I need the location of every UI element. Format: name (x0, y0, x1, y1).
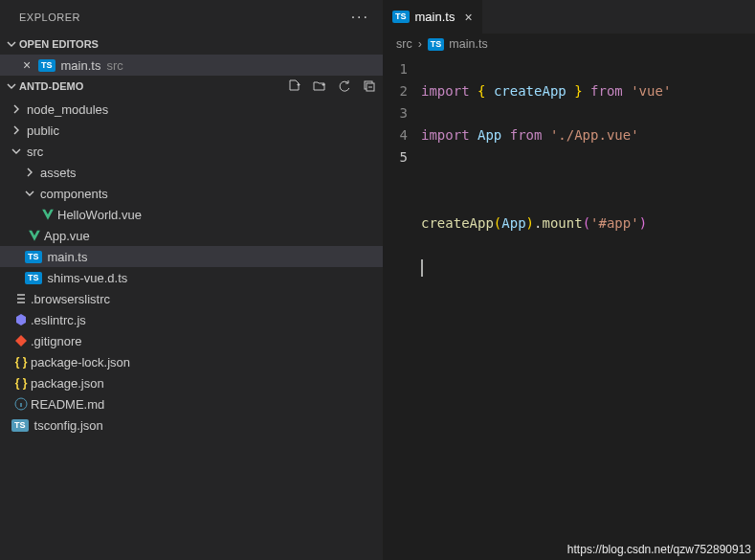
file-tsconfig[interactable]: TStsconfig.json (0, 414, 383, 436)
folder-label: components (40, 187, 108, 201)
folder-label: public (27, 123, 59, 138)
breadcrumb[interactable]: src › TS main.ts (383, 34, 755, 55)
file-main-ts[interactable]: TSmain.ts (0, 246, 383, 267)
tab-main-ts[interactable]: TS main.ts × (383, 0, 482, 34)
file-label: main.ts (48, 250, 88, 264)
new-file-icon[interactable] (287, 78, 302, 94)
folder-src[interactable]: src (0, 141, 383, 162)
file-label: shims-vue.d.ts (48, 271, 128, 285)
close-editor-icon[interactable]: × (19, 57, 34, 73)
chevron-down-icon (11, 146, 27, 156)
code-line[interactable] (421, 257, 755, 280)
file-label: App.vue (44, 229, 90, 243)
open-editor-hint: src (106, 58, 122, 73)
config-icon (11, 292, 31, 305)
open-editors-header[interactable]: OPEN EDITORS (0, 34, 383, 55)
more-actions-icon[interactable]: ··· (351, 9, 369, 26)
ts-icon: TS (428, 38, 445, 51)
code-line[interactable]: createApp(App).mount('#app') (421, 213, 755, 235)
json-icon: { } (11, 376, 31, 390)
editor-pane: TS main.ts × src › TS main.ts 1 2 3 4 5 … (383, 0, 755, 560)
explorer-title: EXPLORER (19, 11, 80, 23)
ts-icon: TS (25, 272, 42, 284)
explorer-header: EXPLORER ··· (0, 0, 383, 34)
file-label: .browserslistrc (31, 292, 110, 306)
close-tab-icon[interactable]: × (464, 10, 472, 25)
file-label: .gitignore (31, 334, 81, 348)
file-eslintrc[interactable]: .eslintrc.js (0, 309, 383, 330)
ts-icon: TS (392, 11, 410, 23)
code-line[interactable]: import App from './App.vue' (421, 124, 755, 146)
text-cursor (421, 259, 423, 277)
file-label: tsconfig.json (34, 418, 103, 433)
folder-node-modules[interactable]: node_modules (0, 99, 383, 120)
folder-label: assets (40, 166, 77, 180)
line-number: 2 (383, 80, 408, 102)
file-shims[interactable]: TSshims-vue.d.ts (0, 267, 383, 288)
chevron-down-icon (4, 81, 19, 91)
file-label: package-lock.json (31, 355, 130, 370)
breadcrumb-file[interactable]: main.ts (449, 37, 487, 51)
open-editors-label: OPEN EDITORS (19, 38, 99, 50)
code-lines[interactable]: import { createApp } from 'vue' import A… (421, 58, 755, 325)
file-helloworld[interactable]: HelloWorld.vue (0, 204, 383, 225)
file-readme[interactable]: README.md (0, 393, 383, 414)
info-icon (11, 397, 31, 411)
folder-label: node_modules (27, 102, 108, 117)
chevron-right-icon (11, 104, 27, 114)
chevron-right-icon (25, 168, 40, 177)
file-label: package.json (31, 376, 104, 391)
line-gutter: 1 2 3 4 5 (383, 58, 421, 325)
svg-marker-2 (16, 314, 26, 325)
file-label: .eslintrc.js (31, 313, 86, 327)
code-line[interactable] (421, 168, 755, 190)
project-name: ANTD-DEMO (19, 80, 83, 92)
file-gitignore[interactable]: .gitignore (0, 330, 383, 351)
line-number: 4 (383, 124, 408, 146)
project-actions (287, 78, 377, 94)
open-editor-item[interactable]: × TS main.ts src (0, 55, 383, 76)
git-icon (11, 334, 31, 347)
line-number: 1 (383, 58, 408, 80)
vue-icon (38, 208, 57, 221)
folder-assets[interactable]: assets (0, 162, 383, 183)
file-label: README.md (31, 397, 104, 412)
file-tree: node_modules public src assets component… (0, 97, 383, 437)
project-header[interactable]: ANTD-DEMO (0, 76, 383, 97)
json-icon: { } (11, 355, 31, 369)
chevron-down-icon (25, 189, 40, 198)
code-line[interactable]: import { createApp } from 'vue' (421, 80, 755, 102)
tsconfig-icon: TS (11, 419, 29, 432)
open-editor-filename: main.ts (61, 58, 101, 73)
ts-icon: TS (38, 59, 56, 72)
chevron-right-icon (11, 125, 27, 135)
file-browserslist[interactable]: .browserslistrc (0, 288, 383, 309)
chevron-down-icon (4, 39, 19, 49)
editor-tabs: TS main.ts × (383, 0, 755, 34)
breadcrumb-folder[interactable]: src (396, 37, 412, 51)
folder-components[interactable]: components (0, 183, 383, 204)
folder-public[interactable]: public (0, 120, 383, 141)
file-app-vue[interactable]: App.vue (0, 225, 383, 246)
tab-label: main.ts (415, 10, 455, 24)
watermark-text: https://blog.csdn.net/qzw752890913 (567, 543, 751, 556)
vue-icon (25, 229, 44, 242)
file-package-json[interactable]: { }package.json (0, 372, 383, 393)
file-package-lock[interactable]: { }package-lock.json (0, 351, 383, 372)
chevron-right-icon: › (418, 37, 422, 51)
new-folder-icon[interactable] (312, 78, 327, 94)
code-area[interactable]: 1 2 3 4 5 import { createApp } from 'vue… (383, 55, 755, 325)
ts-icon: TS (25, 251, 42, 263)
line-number: 3 (383, 102, 408, 124)
explorer-panel: EXPLORER ··· OPEN EDITORS × TS main.ts s… (0, 0, 383, 560)
folder-label: src (27, 145, 43, 159)
refresh-icon[interactable] (337, 78, 352, 94)
file-label: HelloWorld.vue (57, 208, 142, 222)
eslint-icon (11, 313, 31, 326)
line-number-current: 5 (383, 146, 408, 168)
collapse-all-icon[interactable] (362, 78, 377, 94)
